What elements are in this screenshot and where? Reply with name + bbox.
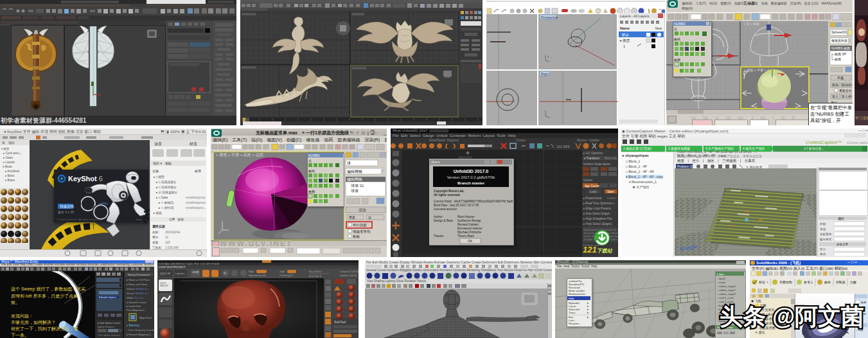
svg-text:12: 12 <box>165 236 169 239</box>
svg-text:草图绘制: 草图绘制 <box>779 280 792 285</box>
svg-text:▸ ⊙ 表针(3): ▸ ⊙ 表针(3) <box>159 206 174 209</box>
svg-text:Design & Beta :: Design & Beta : <box>434 219 454 222</box>
svg-text:側視圖: 側視圖 <box>192 271 199 274</box>
svg-text:1: 1 <box>623 44 625 48</box>
svg-text:点: 点 <box>674 27 677 31</box>
svg-text:One Spline Surface: One Spline Surface <box>98 334 120 337</box>
svg-text:平行投影: 平行投影 <box>353 223 368 227</box>
svg-text:零件:: 零件: <box>152 236 159 239</box>
svg-text:Thanks :: Thanks : <box>434 235 445 238</box>
svg-text:快速启动: 快速启动 <box>60 204 75 209</box>
svg-text:属性信息: 属性信息 <box>152 224 165 229</box>
svg-text:▸ Glass: ▸ Glass <box>3 156 13 159</box>
svg-text:描述:: 描述: <box>819 227 826 231</box>
svg-text:▸ Align Straighten Flip: ▸ Align Straighten Flip <box>583 217 612 220</box>
svg-text:▸ Cloth and L..: ▸ Cloth and L.. <box>3 152 22 155</box>
svg-text:边: 边 <box>368 215 371 219</box>
svg-text:New: New <box>655 26 662 30</box>
svg-text:◦ carbon_stage5: ◦ carbon_stage5 <box>717 285 736 288</box>
svg-text:metalbadgrou...: metalbadgrou... <box>186 206 206 209</box>
svg-text:常规: 常规 <box>837 76 844 80</box>
svg-text:曲面: 曲面 <box>308 190 315 194</box>
svg-text:曲面 SP: 曲面 SP <box>835 52 847 57</box>
svg-text:球体 01: 球体 01 <box>351 184 364 188</box>
svg-text:投影大师: 投影大师 <box>159 272 170 275</box>
svg-text:▸ Liquids: ▸ Liquids <box>3 161 15 164</box>
svg-text:输出格式:: 输出格式: <box>819 238 832 242</box>
svg-text:▸ □ 模型: ▸ □ 模型 <box>154 175 164 179</box>
svg-text:Copyright Rizom Lab.: Copyright Rizom Lab. <box>434 190 464 193</box>
svg-text:Bridematches: Bridematches <box>569 292 585 296</box>
svg-text:渲染: 渲染 <box>359 208 366 212</box>
svg-text:NURBS 曲面: NURBS 曲面 <box>831 46 850 51</box>
svg-text:Z Intensity 25: Z Intensity 25 <box>279 274 293 277</box>
svg-text:曲面: 曲面 <box>835 57 841 62</box>
svg-text:版本 6.1.65: 版本 6.1.65 <box>58 210 75 215</box>
svg-text:Zadd: Zadd <box>279 271 285 273</box>
svg-text:参考.L: 参考.L <box>804 280 813 285</box>
svg-text:点: 点 <box>308 159 312 163</box>
svg-text:▸ □ Case: ▸ □ Case <box>156 196 168 199</box>
svg-text:metalbadgroup...: metalbadgroup... <box>186 201 207 204</box>
svg-text:Voltrail: 800000 m ↕: Voltrail: 800000 m ↕ <box>127 287 149 290</box>
svg-text:Version 2017.0.2.gb8c67f3b: Version 2017.0.2.gb8c67f3b <box>447 175 495 179</box>
svg-text:曲线: 曲线 <box>824 280 831 285</box>
svg-text:◦ cost(*)_cost2: ◦ cost(*)_cost2 <box>717 296 734 299</box>
svg-text:▸ ⊙ 玻璃(1): ▸ ⊙ 玻璃(1) <box>159 201 174 204</box>
svg-text:控制条: 控制条 <box>836 280 846 285</box>
svg-text:特征: 特征 <box>759 280 765 285</box>
svg-text:名称: 名称 <box>152 169 159 173</box>
svg-text:▸: ▸ <box>587 311 589 314</box>
svg-text:▸ Smooth Mapping C..: ▸ Smooth Mapping C.. <box>127 333 152 336</box>
svg-text:附加多个: 附加多个 <box>842 83 853 87</box>
svg-text:NURBS: NURBS <box>674 22 686 26</box>
svg-text:▸ 图层: ▸ 图层 <box>620 39 630 43</box>
svg-text:修改器列表: 修改器列表 <box>831 39 847 43</box>
svg-text:坐标系统:: 坐标系统: <box>820 232 832 236</box>
svg-text:Editable Spline: Editable Spline <box>99 296 116 299</box>
svg-text:粗称: 粗称 <box>353 235 360 238</box>
svg-text:曲线: 曲线 <box>674 37 680 42</box>
svg-text:Align Pivot: Align Pivot <box>139 316 152 319</box>
svg-text:编辑网格: 编辑网格 <box>347 177 362 182</box>
svg-text:◦ spoil1: ◦ spoil1 <box>717 277 726 280</box>
svg-text:曲线: 曲线 <box>308 169 315 173</box>
svg-text:+ 顶 + 线框: + 顶 + 线框 <box>743 22 759 26</box>
svg-text:▸ Edge Loop Params: ▸ Edge Loop Params <box>583 207 612 210</box>
svg-text:Thierry Marti: Thierry Marti <box>457 235 474 238</box>
svg-text:Uniform Scale factor:: Uniform Scale factor: <box>583 163 611 166</box>
svg-text:Layers - All Layers: Layers - All Layers <box>620 14 649 18</box>
svg-text:0 material 1,067 M: 0 material 1,067 M <box>340 271 359 273</box>
svg-text:名称:: 名称: <box>152 231 159 234</box>
svg-text:附加: 附加 <box>832 83 838 87</box>
svg-text:Load: Load <box>590 190 597 193</box>
svg-text:modifiers 100 40: modifiers 100 40 <box>340 274 357 277</box>
svg-text:编辑网格: 编辑网格 <box>347 170 362 174</box>
svg-text:▸ Brass: ▸ Brass <box>5 179 15 182</box>
svg-text:ContextCapture™: ContextCapture™ <box>806 140 842 145</box>
svg-text:曲面: 曲面 <box>674 58 680 62</box>
svg-text:Emmanuel relance: Emmanuel relance <box>457 227 483 230</box>
svg-text:Sweep Parameters: Sweep Parameters <box>128 273 150 276</box>
svg-text:▸: ▸ <box>587 316 589 319</box>
svg-text:重新定向: 重新定向 <box>839 89 852 93</box>
svg-text:▸ Real Time Optimize: ▸ Real Time Optimize <box>583 202 612 205</box>
svg-text:SKETCH: SKETCH <box>160 285 168 287</box>
svg-text:metalbadgroup: metalbadgroup <box>186 196 206 199</box>
svg-text:Rgb Intensity 100: Rgb Intensity 100 <box>249 274 266 277</box>
svg-text:▾ 材质: ▾ 材质 <box>1 147 10 151</box>
svg-text:▾ Transform: ▾ Transform <box>584 157 599 160</box>
svg-text:▸ Show soft Plane: ▸ Show soft Plane <box>127 283 148 286</box>
svg-text:Guillaume Rosagi: Guillaume Rosagi <box>457 219 481 222</box>
svg-text:Layer: Layer <box>717 272 724 276</box>
svg-text:More first: More first <box>605 157 617 160</box>
svg-text:Unfold3D 2017.0: Unfold3D 2017.0 <box>454 169 489 173</box>
svg-text:All rights reserved.: All rights reserved. <box>434 193 461 197</box>
svg-text:Draw Size 8: Draw Size 8 <box>309 275 321 278</box>
svg-text:▸ Grids Path: ▸ Grids Path <box>127 305 141 308</box>
svg-text:▸ Smooth Curves: ▸ Smooth Curves <box>127 301 146 304</box>
svg-text:导入: 导入 <box>832 94 838 98</box>
svg-text:材质: 材质 <box>194 169 202 173</box>
svg-text:▸ Show on XZ Plane: ▸ Show on XZ Plane <box>127 278 150 281</box>
svg-text:Mychael Fritzsche: Mychael Fritzsche <box>457 231 481 234</box>
